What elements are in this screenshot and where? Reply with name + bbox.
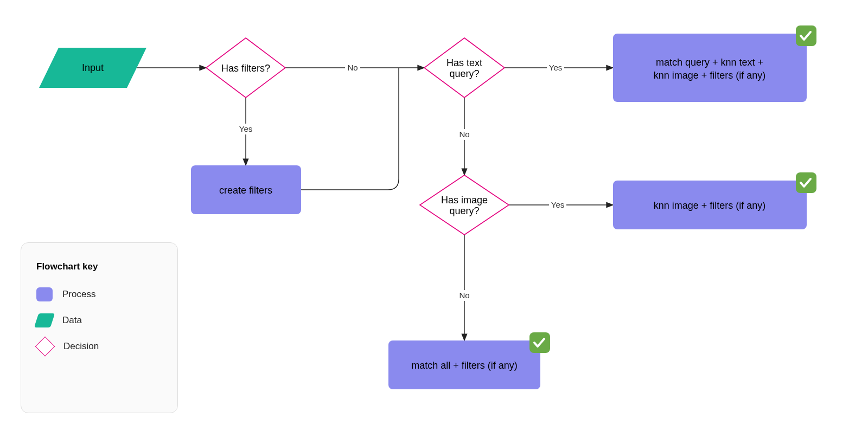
node-match-query-l2: knn image + filters (if any) [654,70,766,81]
node-match-all: match all + filters (if any) [388,332,550,389]
node-has-text-query: Has text query? [424,38,505,98]
legend-data-label: Data [62,315,82,326]
legend-decision-label: Decision [63,341,99,352]
legend-process-label: Process [62,289,95,300]
node-input: Input [39,48,146,88]
edge-label-yes-1: Yes [239,124,252,133]
edge-label-no-2: No [459,130,469,139]
node-has-filters-label: Has filters? [221,63,270,74]
node-create-filters-label: create filters [219,185,272,196]
process-swatch-icon [36,287,53,301]
node-knn-image-label: knn image + filters (if any) [654,200,766,211]
node-has-filters: Has filters? [206,38,285,98]
legend: Flowchart key Process Data Decision [21,242,178,413]
node-has-text-query-l2: query? [449,68,479,79]
decision-swatch-icon [35,337,55,357]
legend-title: Flowchart key [36,261,162,272]
node-has-image-query: Has image query? [420,175,509,235]
edge-label-yes-3: Yes [551,200,564,209]
node-has-image-query-l1: Has image [441,195,488,205]
legend-row-decision: Decision [36,339,162,354]
legend-row-process: Process [36,287,162,301]
node-has-text-query-l1: Has text [446,57,482,68]
data-swatch-icon [34,313,55,327]
node-match-all-label: match all + filters (if any) [411,360,518,371]
check-badge-icon [796,25,816,46]
node-match-query: match query + knn text + knn image + fil… [613,25,816,102]
check-badge-icon [796,172,816,193]
svg-rect-10 [613,34,807,102]
node-input-label: Input [82,62,104,73]
node-create-filters: create filters [191,165,301,214]
edge-createfilters-return [301,68,399,190]
edge-label-no-3: No [459,291,469,300]
edge-label-no-1: No [347,63,358,72]
node-match-query-l1: match query + knn text + [656,57,763,68]
edge-label-yes-2: Yes [549,63,562,72]
legend-row-data: Data [36,313,162,327]
node-has-image-query-l2: query? [449,205,479,216]
node-knn-image: knn image + filters (if any) [613,172,816,229]
check-badge-icon [529,332,550,353]
